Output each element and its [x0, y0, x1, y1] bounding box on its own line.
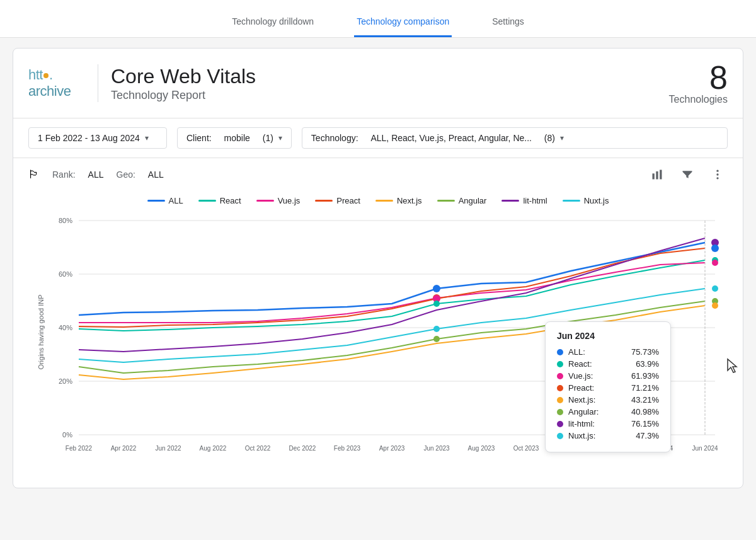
tab-comparison[interactable]: Technology comparison: [354, 10, 452, 37]
tooltip-tech-value: 63.9%: [636, 359, 659, 369]
legend-label-Next.js: Next.js: [397, 196, 422, 205]
svg-text:Oct 2023: Oct 2023: [513, 445, 539, 452]
rank-label: Rank:: [52, 169, 76, 180]
tooltip-dot: [557, 433, 563, 439]
tooltip-dot: [557, 361, 563, 367]
svg-text:20%: 20%: [59, 377, 72, 385]
dot-Angular-jun2023: [433, 336, 440, 342]
main-card: htt. archive Core Web Vitals Technology …: [13, 48, 743, 488]
legend-item-Vue.js[interactable]: Vue.js: [256, 196, 301, 205]
dot-React-jun2023: [433, 301, 440, 307]
tooltip-dot: [557, 397, 563, 403]
legend-item-Nuxt.js[interactable]: Nuxt.js: [563, 196, 609, 205]
cursor-icon: [728, 359, 736, 372]
chart-type-button[interactable]: [647, 164, 667, 185]
tooltip-tech-value: 76.15%: [631, 419, 659, 428]
svg-rect-1: [656, 171, 658, 180]
legend-item-Angular[interactable]: Angular: [437, 196, 487, 205]
svg-text:Dec 2022: Dec 2022: [289, 445, 316, 452]
technology-filter[interactable]: Technology: ALL, React, Vue.js, Preact, …: [302, 127, 728, 149]
dot-ALL-jun2023: [433, 285, 440, 292]
tooltip-dot: [557, 373, 563, 379]
tech-filter-label: Technology:: [311, 133, 358, 143]
tech-number: 8: [669, 61, 728, 94]
svg-rect-0: [653, 173, 655, 179]
chart-controls: 🏳 Rank: ALL Geo: ALL: [13, 158, 743, 191]
date-range-value: 1 Feb 2022 - 13 Aug 2024: [38, 133, 140, 143]
tooltip-tech-value: 47.3%: [636, 431, 659, 440]
tooltip-tech-label: Vue.js:: [568, 371, 626, 381]
client-chevron-icon: ▾: [278, 134, 282, 142]
client-count: (1): [263, 133, 273, 143]
tooltip: Jun 2024 ALL: 75.73% React: 63.9% Vue.js…: [545, 321, 671, 452]
chart-container: Origins having good INP 80% 60% 40% 20% …: [13, 208, 743, 488]
logo-area: htt. archive: [28, 67, 85, 99]
tech-chevron-icon: ▾: [560, 134, 564, 142]
tooltip-dot: [557, 409, 563, 415]
legend-label-Nuxt.js: Nuxt.js: [584, 196, 609, 205]
svg-point-4: [716, 173, 718, 175]
client-filter[interactable]: Client: mobile (1) ▾: [177, 127, 292, 149]
svg-text:Jun 2023: Jun 2023: [423, 445, 450, 452]
legend-line-Angular: [437, 200, 455, 202]
tech-filter-value: ALL, React, Vue.js, Preact, Angular, Ne.…: [370, 133, 532, 143]
tooltip-row: Angular: 40.98%: [557, 407, 659, 416]
main-title: Core Web Vitals: [111, 64, 669, 88]
tech-filter-count: (8): [544, 133, 555, 143]
tooltip-tech-label: React:: [568, 359, 631, 369]
tooltip-tech-value: 61.93%: [631, 371, 659, 381]
legend-label-Vue.js: Vue.js: [278, 196, 301, 205]
svg-text:Jun 2022: Jun 2022: [155, 445, 181, 452]
tab-settings[interactable]: Settings: [490, 10, 527, 37]
legend-item-lit-html[interactable]: lit-html: [501, 196, 547, 205]
tooltip-tech-label: ALL:: [568, 347, 626, 357]
filter-button[interactable]: [677, 164, 697, 185]
card-header: htt. archive Core Web Vitals Technology …: [13, 49, 743, 118]
svg-text:Oct 2022: Oct 2022: [245, 445, 271, 452]
tooltip-tech-value: 75.73%: [631, 347, 659, 357]
svg-text:Aug 2023: Aug 2023: [468, 445, 495, 452]
svg-point-3: [716, 170, 718, 172]
date-filter[interactable]: 1 Feb 2022 - 13 Aug 2024 ▾: [28, 127, 167, 149]
legend-label-lit-html: lit-html: [523, 196, 547, 205]
legend-label-Angular: Angular: [459, 196, 487, 205]
more-options-button[interactable]: [707, 164, 728, 185]
tooltip-dot: [557, 349, 563, 355]
chart-svg-wrapper: Origins having good INP 80% 60% 40% 20% …: [28, 208, 728, 475]
tooltip-tech-value: 71.21%: [631, 383, 659, 393]
legend-item-React[interactable]: React: [198, 196, 241, 205]
date-chevron-icon: ▾: [145, 134, 149, 142]
tooltip-tech-label: Nuxt.js:: [568, 431, 631, 440]
tooltip-row: Next.js: 43.21%: [557, 395, 659, 405]
tooltip-tech-label: Angular:: [568, 407, 626, 416]
http-archive-logo: htt. archive: [28, 67, 85, 99]
rank-geo-area: 🏳 Rank: ALL Geo: ALL: [28, 168, 634, 181]
tooltip-dot: [557, 421, 563, 427]
legend-item-ALL[interactable]: ALL: [147, 196, 183, 205]
tooltip-row: React: 63.9%: [557, 359, 659, 369]
line-ALL: [79, 243, 705, 315]
endpt-Nextjs: [712, 302, 718, 309]
chart-action-icons: [647, 164, 728, 185]
tooltip-row: lit-html: 76.15%: [557, 419, 659, 428]
legend-item-Next.js[interactable]: Next.js: [375, 196, 422, 205]
legend-line-Vue.js: [256, 200, 274, 202]
tooltip-title: Jun 2024: [557, 331, 659, 341]
tooltip-row: Preact: 71.21%: [557, 383, 659, 393]
tech-count-area: 8 Technologies: [669, 61, 728, 105]
tooltip-dot: [557, 385, 563, 391]
endpt-ALL: [711, 244, 719, 252]
client-label: Client:: [186, 133, 212, 143]
svg-rect-2: [660, 170, 662, 180]
svg-text:60%: 60%: [59, 270, 72, 278]
legend-item-Preact[interactable]: Preact: [315, 196, 360, 205]
geo-value: ALL: [148, 169, 164, 180]
legend-row: ALLReactVue.jsPreactNext.jsAngularlit-ht…: [13, 191, 743, 208]
tab-drilldown[interactable]: Technology drilldown: [229, 10, 316, 37]
dot-Nuxtjs-jun2023: [433, 326, 440, 332]
legend-label-Preact: Preact: [336, 196, 360, 205]
client-value: mobile: [224, 133, 250, 143]
legend-line-Nuxt.js: [563, 200, 580, 202]
flag-icon: 🏳: [28, 168, 40, 181]
rank-value: ALL: [88, 169, 104, 180]
